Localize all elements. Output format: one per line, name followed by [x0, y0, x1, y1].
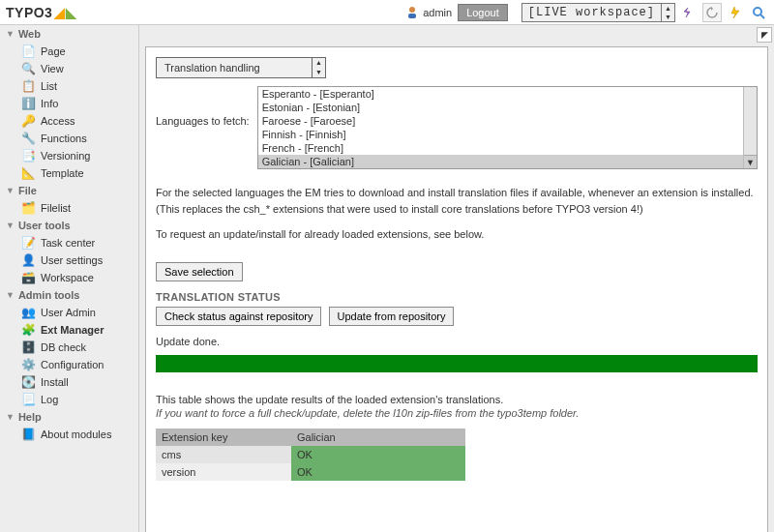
nav-item-label: Task center	[41, 237, 95, 249]
nav-group-user-tools[interactable]: ▼User tools	[0, 217, 138, 234]
nav-item-versioning[interactable]: 📑Versioning	[0, 147, 138, 164]
chevron-down-icon: ▼	[6, 290, 15, 300]
cell-status: OK	[291, 463, 465, 481]
cache-icon[interactable]	[679, 3, 699, 22]
nav-item-user-settings[interactable]: 👤User settings	[0, 251, 138, 269]
chevron-down-icon: ▼	[6, 412, 15, 422]
nav-item-label: Functions	[41, 133, 87, 144]
scroll-down-icon[interactable]: ▼	[744, 155, 757, 168]
nav-item-label: About modules	[41, 429, 111, 440]
search-icon[interactable]	[749, 3, 768, 22]
chevron-down-icon: ▼	[6, 29, 15, 39]
chevron-down-icon: ▼	[6, 186, 15, 195]
nav-item-db-check[interactable]: 🗄️DB check	[0, 339, 138, 356]
ext-manager-icon: 🧩	[21, 323, 35, 337]
cell-ext-key: version	[156, 463, 291, 481]
language-option[interactable]: Galician - [Galician]	[258, 155, 757, 168]
table-row: versionOK	[156, 463, 465, 481]
refresh-icon[interactable]	[702, 3, 722, 22]
svg-line-3	[760, 15, 764, 18]
translation-status-heading: TRANSLATION STATUS	[156, 291, 758, 303]
check-status-button[interactable]: Check status against repository	[156, 307, 321, 326]
install-icon: 💽	[21, 375, 35, 389]
nav-item-label: Access	[41, 115, 74, 127]
nav-item-functions[interactable]: 🔧Functions	[0, 130, 138, 147]
nav-group-file[interactable]: ▼File	[0, 182, 138, 199]
cell-status: OK	[291, 446, 465, 463]
username: admin	[423, 7, 452, 18]
logout-button[interactable]: Logout	[458, 4, 508, 21]
nav-item-label: Info	[41, 98, 58, 109]
listbox-scrollbar[interactable]: ▼	[743, 87, 757, 168]
language-option[interactable]: French - [French]	[258, 141, 757, 155]
nav-item-filelist[interactable]: 🗂️Filelist	[0, 199, 138, 217]
nav-item-template[interactable]: 📐Template	[0, 164, 138, 182]
result-intro-text: This table shows the update results of t…	[156, 394, 758, 405]
language-option[interactable]: Esperanto - [Esperanto]	[258, 87, 757, 101]
page-icon: 📄	[21, 44, 35, 58]
content-panel: Translation handling ▲▼ Languages to fet…	[145, 46, 768, 532]
logo: TYPO3 ◢◣	[6, 5, 76, 20]
action-select[interactable]: Translation handling ▲▼	[156, 57, 326, 78]
user-settings-icon: 👤	[21, 253, 35, 267]
nav-item-install[interactable]: 💽Install	[0, 373, 138, 391]
nav-item-label: Versioning	[41, 150, 90, 162]
language-option[interactable]: Faroese - [Faroese]	[258, 114, 757, 128]
nav-group-admin-tools[interactable]: ▼Admin tools	[0, 286, 138, 304]
nav-item-label: DB check	[41, 341, 86, 353]
results-table: Extension key Galician cmsOKversionOK	[156, 429, 465, 481]
nav-item-workspace[interactable]: 🗃️Workspace	[0, 269, 138, 286]
nav-item-access[interactable]: 🔑Access	[0, 112, 138, 130]
language-option[interactable]: Finnish - [Finnish]	[258, 128, 757, 141]
view-icon: 🔍	[21, 62, 35, 75]
result-hint-text: If you want to force a full check/update…	[156, 407, 758, 419]
update-done-text: Update done.	[156, 336, 758, 347]
workspace-select[interactable]: [LIVE workspace] ▲▼	[521, 3, 675, 22]
nav-item-log[interactable]: 📃Log	[0, 391, 138, 408]
nav-item-about-modules[interactable]: 📘About modules	[0, 426, 138, 443]
configuration-icon: ⚙️	[21, 358, 35, 371]
nav-item-label: List	[41, 80, 57, 92]
nav-item-page[interactable]: 📄Page	[0, 43, 138, 60]
user-admin-icon: 👥	[21, 306, 35, 319]
language-option[interactable]: Estonian - [Estonian]	[258, 101, 757, 114]
th-lang: Galician	[291, 429, 465, 446]
languages-label: Languages to fetch:	[156, 86, 250, 169]
versioning-icon: 📑	[21, 149, 35, 163]
db-check-icon: 🗄️	[21, 340, 35, 354]
template-icon: 📐	[21, 166, 35, 180]
nav-item-label: Filelist	[41, 202, 71, 214]
filelist-icon: 🗂️	[21, 201, 35, 215]
description-text-2: To request an update/install for already…	[156, 226, 758, 243]
nav-item-label: User settings	[41, 254, 103, 266]
nav-item-label: Workspace	[41, 272, 94, 283]
functions-icon: 🔧	[21, 132, 35, 145]
languages-listbox[interactable]: Esperanto - [Esperanto]Estonian - [Eston…	[257, 86, 758, 169]
nav-item-label: Configuration	[41, 359, 104, 370]
nav-item-list[interactable]: 📋List	[0, 77, 138, 95]
nav-item-view[interactable]: 🔍View	[0, 60, 138, 77]
description-text-1: For the selected languages the EM tries …	[156, 185, 758, 217]
update-repo-button[interactable]: Update from repository	[329, 307, 455, 326]
nav-item-configuration[interactable]: ⚙️Configuration	[0, 356, 138, 373]
access-icon: 🔑	[21, 114, 35, 128]
nav-item-ext-manager[interactable]: 🧩Ext Manager	[0, 321, 138, 339]
bolt-icon[interactable]	[726, 3, 745, 22]
nav-item-label: Install	[41, 376, 69, 388]
nav-item-user-admin[interactable]: 👥User Admin	[0, 304, 138, 321]
th-ext-key: Extension key	[156, 429, 291, 446]
nav-item-task-center[interactable]: 📝Task center	[0, 234, 138, 251]
nav-item-label: Template	[41, 167, 84, 179]
nav-item-label: View	[41, 63, 64, 74]
nav-group-help[interactable]: ▼Help	[0, 408, 138, 426]
collapse-icon[interactable]: ◤	[757, 27, 772, 43]
progress-bar	[156, 355, 758, 372]
workspace-spinner[interactable]: ▲▼	[661, 4, 674, 21]
nav-item-label: Ext Manager	[41, 324, 104, 336]
save-selection-button[interactable]: Save selection	[156, 262, 243, 281]
nav-item-info[interactable]: ℹ️Info	[0, 95, 138, 112]
chevron-down-icon: ▼	[6, 221, 15, 230]
about-modules-icon: 📘	[21, 428, 35, 441]
nav-group-web[interactable]: ▼Web	[0, 25, 138, 43]
list-icon: 📋	[21, 79, 35, 93]
